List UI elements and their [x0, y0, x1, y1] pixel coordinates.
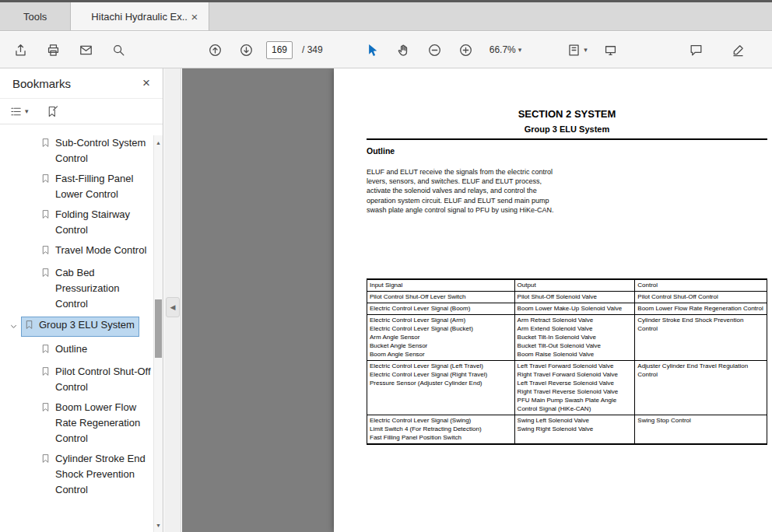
bookmark-item[interactable]: Cylinder Stroke End Shock Prevention Con…	[0, 451, 152, 498]
document-viewer[interactable]: SECTION 2 SYSTEM Group 3 ELU System Outl…	[182, 68, 772, 532]
bookmark-icon	[40, 401, 51, 418]
bookmark-icon	[24, 319, 34, 335]
control-cell: Swing Stop Control	[635, 415, 767, 445]
hand-tool-button[interactable]	[393, 39, 415, 61]
email-icon	[79, 43, 93, 58]
add-bookmark-button[interactable]	[46, 105, 59, 118]
toolbar: / 349 66.7% ▾	[0, 32, 772, 68]
bookmark-label: Travel Mode Control	[55, 243, 152, 258]
bookmark-icon	[40, 366, 51, 382]
comment-button[interactable]	[685, 39, 707, 61]
output-cell: Boom Lower Make-Up Solenoid Valve	[514, 303, 635, 315]
previous-page-icon	[208, 43, 223, 58]
tab-tools[interactable]: Tools	[0, 2, 71, 30]
zoom-level-value: 66.7%	[490, 44, 516, 55]
collapse-panel-button[interactable]: ◀	[166, 297, 180, 317]
bookmark-icon	[40, 137, 51, 153]
table-row: Pilot Control Shut-Off Lever Switch Pilo…	[367, 292, 767, 303]
pointer-icon	[365, 43, 380, 58]
control-cell: Boom Lower Flow Rate Regeneration Contro…	[635, 303, 767, 315]
comment-icon	[689, 43, 704, 58]
page-number-input[interactable]	[266, 41, 293, 59]
bookmark-label: Boom Lower Flow Rate Regeneration Contro…	[55, 400, 152, 446]
options-menu-icon	[9, 105, 23, 118]
table-header-row: Input Signal Output Control	[367, 279, 767, 292]
share-button[interactable]	[9, 39, 31, 61]
page-count-label: / 349	[302, 44, 323, 55]
close-icon[interactable]: ×	[188, 9, 202, 24]
next-page-button[interactable]	[235, 39, 257, 61]
select-tool-button[interactable]	[362, 39, 384, 61]
email-button[interactable]	[75, 39, 96, 61]
tab-tools-label: Tools	[23, 11, 47, 23]
bookmark-icon	[40, 453, 51, 469]
outline-heading: Outline	[367, 146, 395, 156]
page-fit-dropdown[interactable]: ▾	[563, 40, 591, 60]
bookmarks-options-button[interactable]: ▾	[9, 105, 29, 118]
zoom-in-icon	[458, 43, 473, 58]
scroll-down-icon[interactable]: ▼	[154, 520, 163, 530]
bookmark-item[interactable]: Fast-Filling Panel Lower Control	[0, 171, 152, 202]
scroll-mode-button[interactable]	[600, 39, 622, 61]
chevron-down-icon[interactable]	[9, 320, 18, 335]
bookmark-label: Outline	[55, 341, 152, 357]
input-cell: Electric Control Lever Signal (Swing) Li…	[367, 415, 515, 445]
bookmark-label: Cylinder Stroke End Shock Prevention Con…	[55, 451, 152, 498]
page-scroll-icon	[603, 43, 618, 58]
scrollbar-thumb[interactable]	[155, 299, 162, 358]
group-title: Group 3 ELU System	[367, 124, 767, 134]
bookmark-icon	[40, 343, 51, 359]
header-rule	[367, 138, 767, 140]
bookmark-item[interactable]: Travel Mode Control	[0, 243, 152, 261]
bookmark-item[interactable]: Cab Bed Pressurization Control	[0, 265, 152, 312]
print-button[interactable]	[42, 39, 64, 61]
bookmark-item[interactable]: Outline	[0, 341, 152, 359]
caret-down-icon: ▾	[518, 46, 522, 54]
signal-table: Input Signal Output Control Pilot Contro…	[367, 278, 767, 445]
table-row: Electric Control Lever Signal (Swing) Li…	[367, 415, 767, 445]
bookmark-item[interactable]: Folding Stairway Control	[0, 207, 152, 238]
input-cell: Electric Control Lever Signal (Boom)	[367, 303, 515, 315]
bookmark-icon	[40, 267, 51, 283]
section-title: SECTION 2 SYSTEM	[367, 108, 767, 120]
caret-down-icon: ▾	[584, 46, 588, 54]
collapse-left-icon: ◀	[170, 303, 176, 311]
outline-paragraph: ELUF and ELUT receive the signals from t…	[367, 167, 555, 215]
tab-document[interactable]: Hitachi Hydraulic Ex... ×	[71, 2, 209, 30]
bookmark-label: Cab Bed Pressurization Control	[55, 265, 152, 312]
caret-down-icon: ▾	[25, 107, 29, 115]
toolbar-left-group	[9, 39, 129, 61]
bookmarks-toolbar: ▾	[0, 98, 163, 124]
zoom-in-button[interactable]	[455, 39, 477, 61]
input-cell: Electric Control Lever Signal (Arm) Elec…	[367, 315, 515, 361]
bookmark-item-group3-elu-system[interactable]: Group 3 ELU System	[0, 317, 152, 337]
bookmark-label: Fast-Filling Panel Lower Control	[55, 171, 152, 202]
edit-bookmark-icon	[46, 105, 59, 118]
zoom-level-dropdown[interactable]: 66.7% ▾	[486, 42, 525, 58]
bookmarks-scrollbar[interactable]: ▲ ▼	[153, 135, 163, 532]
bookmark-icon	[40, 244, 51, 261]
toolbar-center-group: / 349 66.7% ▾	[204, 39, 622, 61]
tab-bar: Tools Hitachi Hydraulic Ex... ×	[0, 0, 772, 31]
share-icon	[13, 43, 28, 58]
bookmark-item[interactable]: Boom Lower Flow Rate Regeneration Contro…	[0, 400, 152, 446]
highlight-button[interactable]	[727, 39, 749, 61]
selected-bookmark[interactable]: Group 3 ELU System	[21, 317, 139, 337]
search-button[interactable]	[107, 39, 129, 61]
zoom-out-button[interactable]	[424, 39, 446, 61]
table-row: Electric Control Lever Signal (Boom) Boo…	[367, 303, 767, 315]
bookmark-icon	[40, 173, 51, 189]
bookmark-item[interactable]: Sub-Control System Control	[0, 135, 152, 166]
output-cell: Pilot Shut-Off Solenoid Valve	[514, 292, 635, 303]
page-content: SECTION 2 SYSTEM Group 3 ELU System Outl…	[367, 68, 767, 532]
hand-icon	[396, 43, 411, 58]
bookmark-item[interactable]: Pilot Control Shut-Off Control	[0, 364, 152, 395]
zoom-out-icon	[427, 43, 442, 58]
scroll-up-icon[interactable]: ▲	[154, 137, 163, 148]
bookmark-label: Pilot Control Shut-Off Control	[55, 364, 152, 395]
previous-page-button[interactable]	[204, 39, 226, 61]
table-row: Electric Control Lever Signal (Arm) Elec…	[367, 315, 767, 361]
pdf-reader-window: Tools Hitachi Hydraulic Ex... ×	[0, 0, 772, 532]
control-cell: Pilot Control Shut-Off Control	[635, 292, 767, 303]
close-icon[interactable]: ×	[141, 75, 152, 91]
